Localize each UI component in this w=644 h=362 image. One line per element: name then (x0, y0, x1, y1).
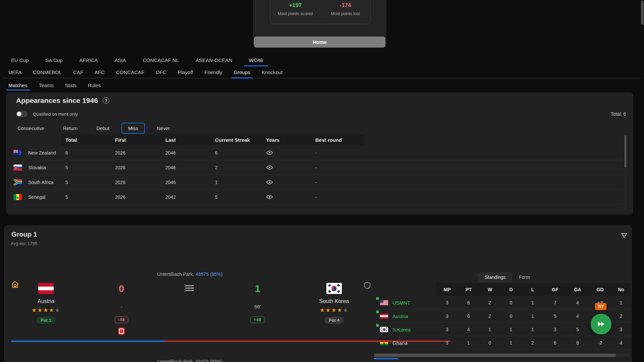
tab-sa-cup[interactable]: SA Cup (37, 54, 71, 66)
match-menu-icon[interactable] (185, 285, 194, 291)
cell-pt: 4 (458, 327, 479, 332)
venue-name: Untertilliach Park, (157, 272, 194, 277)
home-score: 0 (101, 283, 142, 294)
total-count: Total: 6 (611, 111, 626, 117)
cell-no: 3 (611, 327, 631, 332)
cell-best-round: - (315, 150, 623, 156)
table-row: New Zealand 6 2026 2046 6 - (13, 145, 623, 160)
tab-afc[interactable]: AFC (89, 66, 110, 78)
tab-eu-cup[interactable]: EU Cup (3, 54, 37, 66)
cell-best-round: - (315, 180, 623, 185)
flag-south-korea (326, 283, 342, 294)
tab-form[interactable]: Form (512, 272, 537, 282)
tab-knockout[interactable]: Knockout (256, 66, 288, 78)
team-name: South Africa (28, 180, 54, 185)
cell-ga: 4 (567, 313, 589, 319)
col-best-round: Best round (315, 137, 623, 143)
away-elo-change-badge: +48 (250, 316, 265, 323)
years-eye-icon[interactable] (266, 194, 273, 199)
tab-concacaf-nl[interactable]: CONCACAF NL (135, 54, 187, 66)
standings-team-name[interactable]: Austria (392, 313, 408, 319)
cell-first: 2026 (115, 180, 165, 185)
section-tabs: Matches Teams Stats Rules (3, 80, 106, 90)
scrollbar-thumb[interactable] (374, 354, 616, 357)
col-l: L (522, 287, 544, 292)
tournament-summary-panel: +197 Most points scored -174 Most points… (253, 0, 386, 47)
cell-best-round: - (315, 194, 623, 200)
cell-last: 2046 (165, 165, 215, 170)
stat-label: Most points lost (331, 11, 360, 16)
standings-team-name[interactable]: Ghana (392, 340, 408, 346)
tab-teams[interactable]: Teams (33, 80, 59, 90)
tab-matches[interactable]: Matches (3, 80, 33, 90)
tab-asia[interactable]: ASIA (106, 54, 134, 66)
filter-never[interactable]: Never (150, 123, 177, 134)
cell-l: 1 (522, 313, 544, 319)
table-scrollbar[interactable] (625, 135, 626, 210)
fast-forward-button[interactable] (591, 314, 611, 335)
cell-first: 2026 (115, 165, 165, 170)
cell-gd: -2 (589, 340, 611, 346)
tab-conmebol[interactable]: CONMEBOL (27, 66, 67, 78)
cell-streak: 5 (215, 194, 266, 200)
col-first: First (115, 137, 165, 143)
filter-return[interactable]: Return (56, 123, 85, 134)
tab-uefa[interactable]: UEFA (3, 66, 27, 78)
tab-wc48[interactable]: WC48 (240, 54, 271, 66)
years-eye-icon[interactable] (266, 180, 273, 185)
toggle-knob (17, 112, 21, 116)
standings-team-name[interactable]: S.Korea (392, 327, 411, 333)
tab-africa[interactable]: AFRICA (71, 54, 106, 66)
merit-only-toggle[interactable] (16, 111, 28, 117)
help-icon[interactable]: ? (103, 97, 109, 104)
table-row: Slovakia 5 2026 2046 2 - (13, 160, 623, 175)
tab-rules[interactable]: Rules (82, 80, 106, 90)
tab-groups[interactable]: Groups (228, 66, 256, 78)
tab-caf[interactable]: CAF (67, 66, 89, 78)
col-mp: MP (436, 287, 458, 292)
cell-mp: 3 (436, 340, 458, 346)
tab-stats[interactable]: Stats (59, 80, 82, 90)
cell-streak: 1 (215, 180, 266, 185)
away-team-name[interactable]: South Korea (319, 298, 349, 304)
years-eye-icon[interactable] (266, 150, 273, 155)
cell-gf: 6 (544, 340, 567, 346)
home-button[interactable]: Home (254, 37, 385, 48)
filter-consecutive[interactable]: Consecutive (11, 123, 51, 134)
years-eye-icon[interactable] (266, 165, 273, 170)
standings-team-name[interactable]: USMNT (392, 300, 410, 306)
flag-slovakia (13, 165, 22, 171)
tab-ofc[interactable]: OFC (150, 66, 172, 78)
competition-tabs: EU Cup SA Cup AFRICA ASIA CONCACAF NL AS… (3, 54, 271, 66)
scrollbar-thumb[interactable] (641, 1, 644, 25)
col-pt: PT (458, 287, 479, 292)
scrollbar-thumb[interactable] (625, 135, 626, 168)
cell-pt: 6 (458, 300, 479, 305)
red-card-icon (118, 327, 125, 335)
filter-debut[interactable]: Debut (90, 123, 116, 134)
home-team-name[interactable]: Austria (38, 298, 54, 304)
away-score: 1 (237, 283, 278, 294)
filter-miss[interactable]: Miss (121, 123, 145, 134)
standings-h-scrollbar[interactable] (374, 354, 631, 357)
app-page: +197 Most points scored -174 Most points… (0, 0, 644, 362)
flag-usa (380, 300, 388, 305)
tab-asean-ocean[interactable]: ASEAN-OCEAN (187, 54, 240, 66)
cell-w: 0 (479, 340, 500, 346)
tab-playoff[interactable]: Playoff (172, 66, 199, 78)
tab-friendly[interactable]: Friendly (199, 66, 228, 78)
attendance-link[interactable]: 48575 (95%) (196, 272, 222, 277)
shield-icon[interactable] (364, 282, 371, 291)
tab-concacaf[interactable]: CONCACAF (110, 66, 150, 78)
cell-total: 5 (65, 165, 115, 170)
page-scrollbar[interactable] (641, 0, 644, 362)
cell-mp: 3 (436, 300, 458, 305)
stat-value: +197 (289, 2, 302, 9)
standings-row: Ghana 3 1 0 1 2 6 8 -2 4 (374, 336, 631, 350)
cell-w: 2 (479, 313, 500, 319)
table-header-row: Total First Last Current Streak Years Be… (13, 134, 623, 145)
table-row: Senegal 5 2026 2042 5 - (13, 190, 623, 204)
filter-funnel-icon[interactable] (621, 232, 628, 241)
cell-last: 2046 (165, 150, 215, 156)
tab-standings[interactable]: Standings (478, 272, 512, 282)
